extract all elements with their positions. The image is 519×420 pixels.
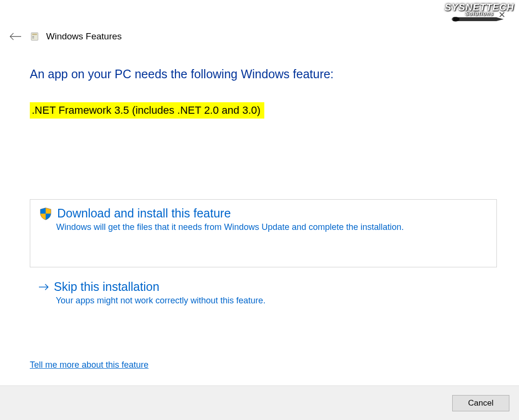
dialog-title: Windows Features xyxy=(46,31,122,42)
cancel-button[interactable]: Cancel xyxy=(452,395,509,411)
arrow-right-icon xyxy=(38,282,49,292)
dialog-footer: Cancel xyxy=(0,385,519,420)
option-download-desc: Windows will get the files that it needs… xyxy=(56,222,488,232)
feature-name-highlight: .NET Framework 3.5 (includes .NET 2.0 an… xyxy=(30,102,264,119)
svg-rect-4 xyxy=(32,37,34,38)
shield-icon xyxy=(39,207,52,220)
tell-me-more-link[interactable]: Tell me more about this feature xyxy=(30,360,148,370)
dialog-content: An app on your PC needs the following Wi… xyxy=(0,43,519,309)
close-button[interactable]: ✕ xyxy=(498,10,506,20)
arrow-left-icon xyxy=(9,32,22,41)
option-download-title: Download and install this feature xyxy=(57,206,231,220)
option-skip-desc: Your apps might not work correctly witho… xyxy=(56,296,488,306)
back-button[interactable] xyxy=(8,30,23,43)
option-skip-installation[interactable]: Skip this installation Your apps might n… xyxy=(30,276,497,309)
option-skip-title: Skip this installation xyxy=(54,280,160,294)
content-heading: An app on your PC needs the following Wi… xyxy=(30,67,497,81)
svg-rect-2 xyxy=(32,34,37,35)
option-download-install[interactable]: Download and install this feature Window… xyxy=(30,199,497,267)
dialog-header: Windows Features xyxy=(0,0,519,43)
windows-features-icon xyxy=(30,32,39,41)
svg-rect-3 xyxy=(32,36,34,37)
options-list: Download and install this feature Window… xyxy=(30,199,497,309)
